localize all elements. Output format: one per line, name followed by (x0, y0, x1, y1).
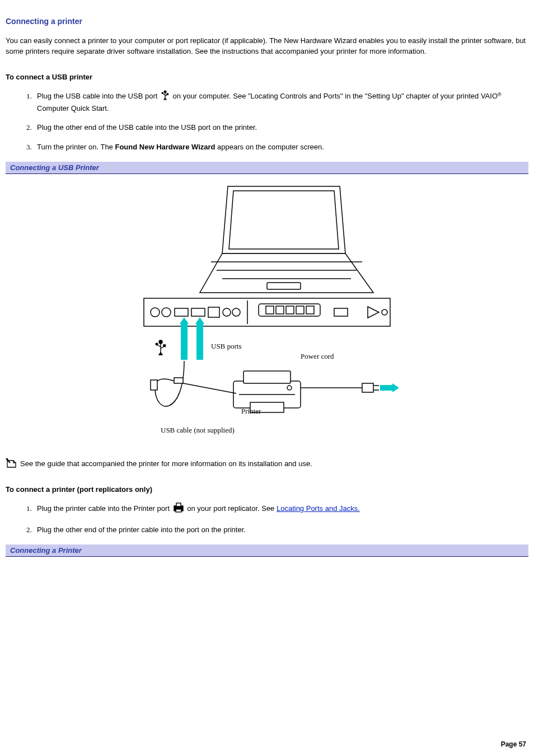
svg-rect-37 (174, 378, 183, 383)
label-power-cord: Power cord (301, 352, 334, 360)
usb-icon (161, 90, 170, 104)
intro-text: You can easily connect a printer to your… (6, 36, 528, 57)
svg-point-0 (164, 91, 166, 93)
note-text: See the guide that accompanied the print… (6, 458, 528, 469)
svg-rect-32 (243, 371, 291, 383)
usb-step-1: Plug the USB cable into the USB port on … (34, 90, 528, 114)
svg-rect-44 (176, 503, 181, 506)
note-icon (6, 458, 18, 468)
svg-point-29 (156, 343, 158, 345)
page-number: Page 57 (501, 740, 526, 748)
usb-step-3: Turn the printer on. The Found New Hardw… (34, 142, 528, 153)
svg-rect-38 (362, 383, 373, 392)
svg-marker-42 (392, 383, 399, 392)
svg-rect-36 (151, 380, 157, 390)
label-usb-ports: USB ports (211, 342, 242, 350)
svg-point-28 (159, 340, 162, 344)
port-step-1: Plug the printer cable into the Printer … (34, 503, 528, 516)
section-bar-printer: Connecting a Printer (6, 544, 528, 557)
svg-rect-30 (163, 345, 166, 347)
usb-step-2: Plug the other end of the USB cable into… (34, 123, 528, 133)
section-bar-usb: Connecting a USB Printer (6, 162, 528, 174)
svg-rect-2 (167, 93, 168, 95)
label-usb-cable: USB cable (not supplied) (161, 426, 235, 434)
label-printer: Printer (241, 407, 261, 415)
page-title: Connecting a printer (6, 17, 528, 26)
link-locating-ports[interactable]: Locating Ports and Jacks. (277, 504, 360, 513)
port-step-2: Plug the other end of the printer cable … (34, 525, 528, 536)
svg-rect-45 (176, 509, 181, 512)
printer-port-icon (173, 503, 184, 516)
svg-point-1 (162, 92, 163, 93)
figure-usb-printer: USB ports Power cord Printer USB cable (… (6, 174, 528, 448)
usb-heading: To connect a USB printer (6, 73, 528, 81)
port-heading: To connect a printer (port replicators o… (6, 485, 528, 494)
